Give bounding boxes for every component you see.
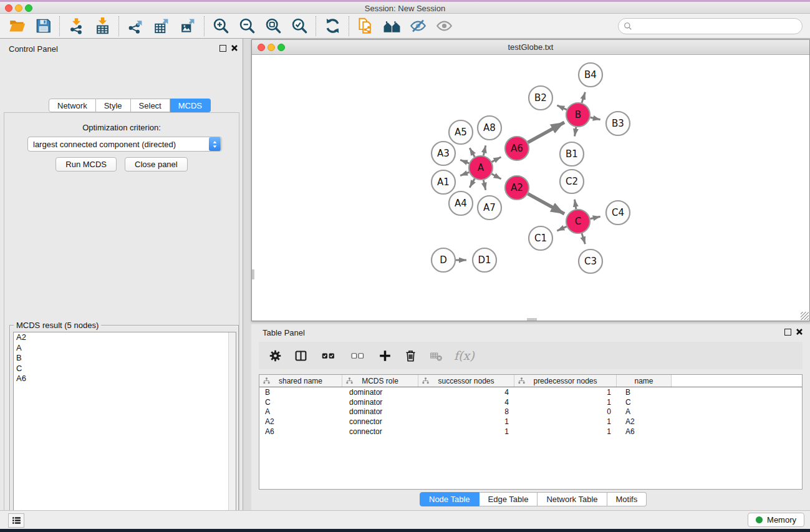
task-list-button[interactable] — [8, 513, 24, 528]
tab-select[interactable]: Select — [131, 99, 170, 112]
graph-node-A1[interactable]: A1 — [432, 170, 455, 194]
clone-network-icon[interactable] — [355, 16, 376, 36]
graph-node-C4[interactable]: C4 — [606, 201, 630, 225]
graph-node-B2[interactable]: B2 — [529, 86, 552, 110]
graph-edge-A-A5[interactable] — [470, 148, 475, 157]
tab-node-table[interactable]: Node Table — [420, 492, 480, 506]
graph-edge-B-B4[interactable] — [582, 92, 585, 103]
graph-node-B1[interactable]: B1 — [560, 142, 584, 166]
column-header-shared-name[interactable]: shared name — [259, 375, 342, 387]
tab-edge-table[interactable]: Edge Table — [480, 492, 538, 506]
graph-node-A8[interactable]: A8 — [478, 116, 501, 140]
gear-icon[interactable] — [268, 348, 282, 363]
graph-node-D1[interactable]: D1 — [473, 248, 496, 272]
column-header-predecessor-nodes[interactable]: predecessor nodes — [514, 375, 617, 387]
show-selected-eye-icon[interactable] — [433, 16, 455, 36]
graph-node-A6[interactable]: A6 — [505, 137, 529, 160]
import-table-icon[interactable] — [92, 16, 113, 36]
add-row-icon[interactable] — [377, 348, 392, 363]
list-item[interactable]: A2 — [14, 332, 236, 343]
horizontal-scroll-hint[interactable] — [527, 318, 537, 321]
tab-network[interactable]: Network — [49, 99, 96, 112]
network-window-titlebar[interactable]: testGlobe.txt — [252, 40, 809, 55]
graph-node-A2[interactable]: A2 — [505, 176, 529, 200]
graph-node-A3[interactable]: A3 — [432, 142, 455, 165]
graph-node-A4[interactable]: A4 — [449, 191, 473, 215]
graph-edge-A-A4[interactable] — [470, 178, 475, 187]
function-builder-icon[interactable]: f(x) — [454, 349, 475, 362]
criterion-dropdown[interactable]: largest connected component (directed) — [27, 137, 222, 152]
save-session-icon[interactable] — [32, 16, 54, 36]
list-item[interactable]: C — [14, 364, 236, 374]
graph-edge-A6-B[interactable] — [528, 122, 565, 142]
vertical-scroll-hint[interactable] — [252, 269, 254, 279]
table-row[interactable]: Bdominator41B — [259, 387, 802, 397]
column-header-mcds-role[interactable]: MCDS role — [342, 375, 418, 387]
graph-edge-C-C4[interactable] — [591, 216, 600, 219]
graph-edge-A-A7[interactable] — [483, 180, 486, 190]
select-all-icon[interactable] — [319, 348, 337, 363]
graph-edge-A-A1[interactable] — [460, 172, 469, 175]
close-panel-icon[interactable] — [231, 44, 238, 52]
graph-edge-A-A3[interactable] — [460, 160, 469, 163]
graph-edge-A2-C[interactable] — [528, 194, 565, 214]
delete-table-icon[interactable] — [428, 348, 443, 363]
list-item[interactable]: B — [14, 353, 236, 364]
open-file-icon[interactable] — [6, 16, 27, 36]
graph-edge-C-C3[interactable] — [582, 233, 585, 244]
graph-node-C1[interactable]: C1 — [529, 226, 552, 250]
import-network-icon[interactable] — [65, 16, 87, 36]
column-header-name[interactable]: name — [617, 375, 672, 387]
hide-selected-eye-slash-icon[interactable] — [407, 16, 428, 36]
table-row[interactable]: Cdominator41C — [259, 397, 802, 407]
table-row[interactable]: A2connector11A2 — [259, 417, 802, 427]
graph-node-A5[interactable]: A5 — [449, 120, 473, 144]
tab-style[interactable]: Style — [96, 99, 131, 112]
close-table-panel-icon[interactable] — [796, 328, 803, 336]
zoom-selected-icon[interactable] — [289, 16, 310, 36]
deselect-all-icon[interactable] — [348, 348, 367, 363]
graph-node-A7[interactable]: A7 — [478, 196, 501, 220]
zoom-out-icon[interactable] — [236, 16, 258, 36]
graph-edge-A-A8[interactable] — [483, 145, 486, 155]
resize-grip-icon[interactable] — [801, 312, 809, 320]
graph-edge-C-C2[interactable] — [575, 200, 576, 210]
export-table-icon[interactable] — [151, 16, 172, 36]
graph-edge-B-B3[interactable] — [591, 117, 600, 120]
column-header-successor-nodes[interactable]: successor nodes — [418, 375, 514, 387]
graph-node-D[interactable]: D — [432, 248, 455, 272]
graph-node-B3[interactable]: B3 — [606, 112, 630, 135]
tab-network-table[interactable]: Network Table — [538, 492, 607, 506]
list-item[interactable]: A — [14, 343, 236, 354]
graph-node-C2[interactable]: C2 — [560, 170, 584, 193]
table-row[interactable]: A6connector11A6 — [259, 427, 802, 437]
table-row[interactable]: Adominator80A — [259, 407, 802, 417]
refresh-icon[interactable] — [322, 16, 343, 36]
graph-node-C3[interactable]: C3 — [579, 249, 602, 273]
show-all-networks-icon[interactable] — [381, 16, 402, 36]
float-table-panel-icon[interactable] — [784, 329, 791, 336]
graph-node-B[interactable]: B — [566, 103, 590, 127]
graph-node-A[interactable]: A — [469, 156, 493, 180]
columns-icon[interactable] — [293, 348, 308, 363]
search-input[interactable] — [636, 21, 792, 31]
graph-node-B4[interactable]: B4 — [579, 63, 602, 87]
float-panel-icon[interactable] — [219, 45, 226, 52]
graph-edge-B-B2[interactable] — [557, 105, 566, 110]
export-image-icon[interactable] — [177, 16, 198, 36]
delete-row-trash-icon[interactable] — [403, 348, 418, 363]
zoom-in-icon[interactable] — [210, 16, 231, 36]
graph-edge-C-C1[interactable] — [557, 226, 566, 231]
export-network-icon[interactable] — [125, 16, 146, 36]
graph-edge-A-A2[interactable] — [492, 174, 501, 179]
memory-button[interactable]: Memory — [748, 513, 804, 527]
list-item[interactable]: A6 — [14, 374, 236, 384]
graph-edge-B-B1[interactable] — [575, 127, 576, 137]
tab-mcds[interactable]: MCDS — [170, 99, 211, 112]
close-panel-button[interactable]: Close panel — [125, 157, 188, 172]
result-list-scrollbar[interactable] — [228, 332, 236, 532]
search-field[interactable] — [618, 18, 803, 34]
graph-node-C[interactable]: C — [566, 210, 590, 233]
graph-edge-A-A6[interactable] — [492, 157, 501, 162]
run-mcds-button[interactable]: Run MCDS — [55, 157, 117, 172]
